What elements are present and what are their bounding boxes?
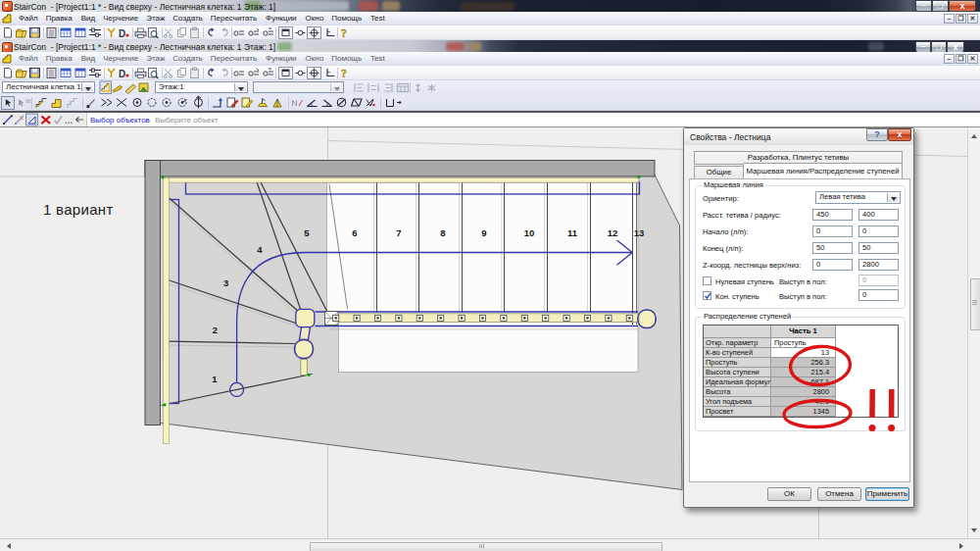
svg-text:88: 88 xyxy=(25,98,31,104)
svg-text:?: ? xyxy=(341,26,347,40)
svg-text:11: 11 xyxy=(567,227,578,238)
svg-text:4: 4 xyxy=(257,244,263,255)
svg-text:8: 8 xyxy=(440,227,445,238)
svg-text:?: ? xyxy=(341,67,347,80)
svg-text:13: 13 xyxy=(634,227,645,238)
svg-text:6: 6 xyxy=(352,227,357,238)
svg-text:1: 1 xyxy=(212,374,218,384)
svg-text:12: 12 xyxy=(608,227,618,238)
svg-text:D: D xyxy=(119,69,125,79)
svg-text:3: 3 xyxy=(223,277,228,288)
svg-text:5: 5 xyxy=(304,227,310,238)
svg-text:10: 10 xyxy=(524,227,535,238)
svg-text:2: 2 xyxy=(213,325,218,335)
svg-text:7: 7 xyxy=(396,227,401,238)
svg-text:9: 9 xyxy=(481,227,486,238)
svg-text:D: D xyxy=(119,28,125,39)
